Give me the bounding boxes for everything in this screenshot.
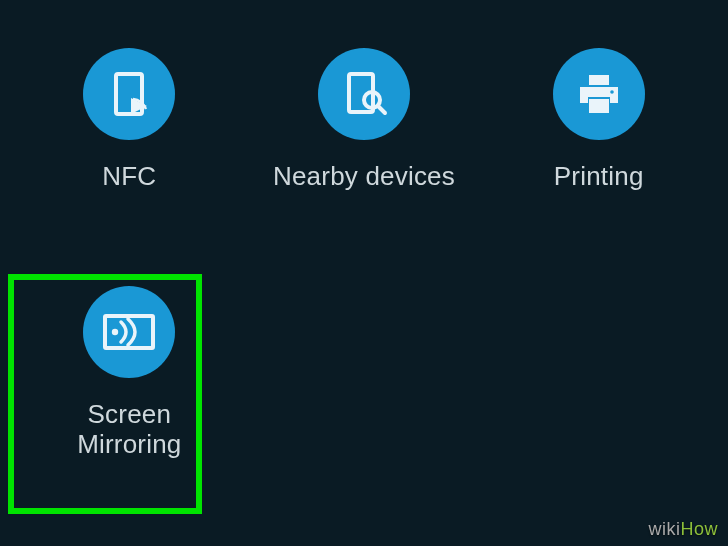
nfc-tile[interactable]: NFC	[12, 48, 247, 258]
watermark-how: How	[680, 519, 718, 539]
svg-point-7	[610, 90, 614, 94]
svg-line-4	[378, 106, 385, 113]
nfc-icon	[83, 48, 175, 140]
screen-mirroring-tile[interactable]: Screen Mirroring	[12, 286, 247, 496]
screen-mirroring-label: Screen Mirroring	[77, 400, 181, 460]
svg-rect-5	[589, 75, 609, 85]
nearby-devices-icon	[318, 48, 410, 140]
svg-point-9	[112, 329, 118, 335]
screen-mirroring-icon	[83, 286, 175, 378]
svg-rect-6	[589, 99, 609, 113]
wikihow-watermark: wikiHow	[648, 519, 718, 540]
watermark-wiki: wiki	[648, 519, 680, 539]
printing-tile[interactable]: Printing	[481, 48, 716, 258]
empty-tile-1	[247, 286, 482, 496]
settings-tile-grid: NFC Nearby devices Printing	[0, 0, 728, 496]
printing-icon	[553, 48, 645, 140]
printing-label: Printing	[554, 162, 644, 192]
empty-tile-2	[481, 286, 716, 496]
nfc-label: NFC	[102, 162, 156, 192]
nearby-devices-tile[interactable]: Nearby devices	[247, 48, 482, 258]
nearby-devices-label: Nearby devices	[273, 162, 455, 192]
